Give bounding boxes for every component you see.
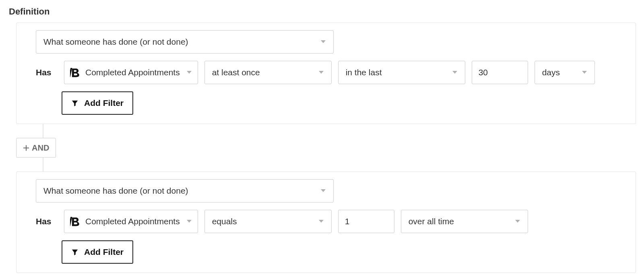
svg-rect-0 — [70, 68, 72, 77]
frequency-label: at least once — [212, 68, 260, 77]
section-title: Definition — [9, 6, 636, 17]
unit-label: days — [542, 68, 560, 77]
chevron-down-icon — [508, 219, 520, 223]
frequency-label: equals — [212, 217, 237, 226]
connector-gap: AND — [16, 124, 636, 172]
trigger-type-select[interactable]: What someone has done (or not done) — [36, 179, 334, 203]
add-filter-label: Add Filter — [84, 247, 124, 257]
and-label: AND — [32, 143, 49, 153]
range-select[interactable]: over all time — [401, 210, 528, 233]
brand-icon — [70, 216, 80, 227]
chevron-down-icon — [446, 70, 458, 74]
rule-card: What someone has done (or not done) Has … — [16, 172, 636, 273]
metric-select[interactable]: Completed Appointments — [64, 210, 198, 233]
trigger-type-select[interactable]: What someone has done (or not done) — [36, 30, 334, 54]
range-label: in the last — [346, 68, 382, 77]
chevron-down-icon — [185, 219, 192, 223]
chevron-down-icon — [185, 70, 192, 74]
number-value: 1 — [345, 217, 350, 226]
metric-select[interactable]: Completed Appointments — [64, 61, 198, 84]
add-filter-button[interactable]: Add Filter — [62, 91, 133, 115]
rule-card: What someone has done (or not done) Has … — [16, 23, 636, 124]
svg-rect-1 — [70, 217, 72, 226]
range-label: over all time — [409, 217, 454, 226]
frequency-select[interactable]: at least once — [204, 61, 332, 84]
chevron-down-icon — [314, 40, 326, 44]
trigger-type-label: What someone has done (or not done) — [43, 37, 188, 47]
chevron-down-icon — [314, 189, 326, 193]
plus-icon — [23, 145, 29, 151]
chevron-down-icon — [312, 70, 324, 74]
brand-icon — [70, 67, 80, 78]
frequency-select[interactable]: equals — [204, 210, 332, 233]
add-filter-label: Add Filter — [84, 98, 124, 108]
number-input[interactable]: 1 — [338, 210, 394, 233]
number-input[interactable]: 30 — [472, 61, 528, 84]
add-filter-button[interactable]: Add Filter — [62, 240, 133, 264]
filter-icon — [71, 99, 78, 107]
and-operator-button[interactable]: AND — [16, 138, 56, 158]
has-label: Has — [36, 217, 55, 226]
metric-label: Completed Appointments — [85, 217, 180, 226]
filter-icon — [71, 248, 78, 256]
chevron-down-icon — [575, 70, 587, 74]
chevron-down-icon — [312, 219, 324, 223]
has-label: Has — [36, 68, 55, 77]
metric-label: Completed Appointments — [85, 68, 180, 77]
unit-select[interactable]: days — [535, 61, 595, 84]
trigger-type-label: What someone has done (or not done) — [43, 186, 188, 196]
range-select[interactable]: in the last — [338, 61, 465, 84]
number-value: 30 — [479, 68, 488, 77]
